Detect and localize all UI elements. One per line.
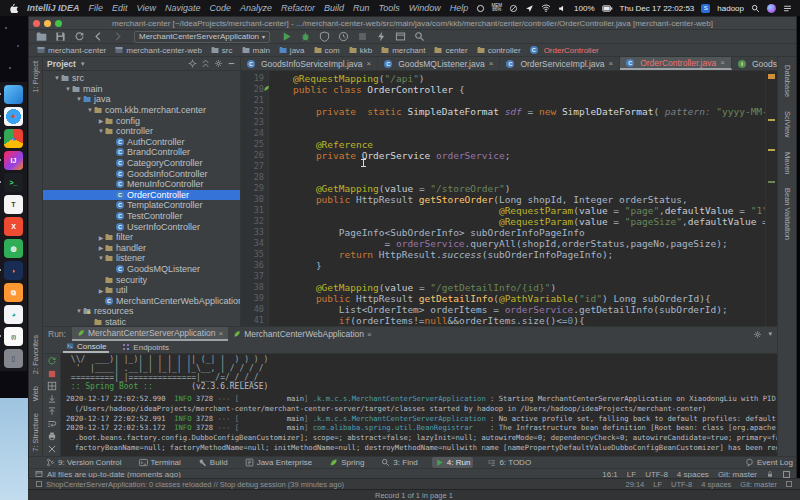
error-stripe-mark[interactable] <box>768 74 775 79</box>
dock-icon-trash[interactable]: ▯ <box>4 349 23 368</box>
notification-center-icon[interactable] <box>783 4 792 13</box>
editor-scrollbar[interactable] <box>765 71 777 326</box>
location-arrow-icon[interactable] <box>525 4 534 13</box>
breadcrumb-item-merchant[interactable]: merchant <box>381 46 425 55</box>
line-number[interactable]: 40 <box>254 304 264 314</box>
tool-stripe-1-project[interactable]: 1: Project <box>31 61 40 93</box>
tree-node-listener[interactable]: ▼listener <box>43 253 240 264</box>
code-editor[interactable]: 1920212223242526272829303132333435363738… <box>241 71 777 326</box>
console-stop-icon[interactable] <box>47 369 57 379</box>
line-number[interactable]: 36 <box>254 260 264 270</box>
toolbar-back-arrow-icon[interactable] <box>92 30 105 43</box>
close-icon[interactable]: × <box>489 59 494 68</box>
wifi-icon[interactable] <box>541 3 551 13</box>
line-number[interactable]: 37 <box>254 271 264 281</box>
breadcrumb-item-OrderController[interactable]: COrderController <box>530 46 599 55</box>
tree-node-CategoryController[interactable]: CCategoryController <box>43 158 240 169</box>
menu-item-navigate[interactable]: Navigate <box>165 3 201 13</box>
breadcrumb-item-controller[interactable]: controller <box>477 46 521 55</box>
tool-stripe-database[interactable]: Database <box>783 65 792 97</box>
toolbar-window-icon[interactable] <box>394 30 407 43</box>
line-number[interactable]: 39 <box>254 293 264 303</box>
collapse-panel-icon[interactable]: ▾ <box>768 330 772 338</box>
tree-node-GoodsMQListener[interactable]: CGoodsMQListener <box>43 264 240 275</box>
expanded-arrow-icon[interactable]: ▼ <box>64 86 72 92</box>
expanded-arrow-icon[interactable]: ▼ <box>97 128 105 134</box>
editor-tab-GoodsMQListener.java[interactable]: CGoodsMQListener.java× <box>378 57 500 70</box>
tree-node-AuthController[interactable]: CAuthController <box>43 137 240 148</box>
dock-icon-firefox[interactable]: ◗ <box>4 261 23 280</box>
tool-stripe-web[interactable]: Web <box>31 386 40 401</box>
dock-icon-terminal[interactable]: >_ <box>4 173 23 192</box>
close-icon[interactable]: × <box>720 58 725 67</box>
window-icon[interactable] <box>35 470 43 478</box>
console-grid-icon[interactable] <box>47 381 57 391</box>
memory-monitor[interactable]: MEM86% <box>492 4 503 13</box>
expanded-arrow-icon[interactable]: ▼ <box>97 255 105 261</box>
line-number[interactable]: 29 <box>254 183 264 193</box>
line-number[interactable]: 33 <box>254 227 264 237</box>
breadcrumb-item-center[interactable]: center <box>434 46 467 55</box>
dock-icon-xmind[interactable]: X <box>4 217 23 236</box>
tree-node-resources[interactable]: ▼resources <box>43 306 240 317</box>
tool-window-button-terminal[interactable]: Terminal <box>136 457 184 468</box>
menu-item-edit[interactable]: Edit <box>112 3 128 13</box>
line-number[interactable]: 21 <box>254 95 264 105</box>
line-number[interactable]: 32 <box>254 216 264 226</box>
breadcrumb-item-merchant-center[interactable]: merchant-center <box>37 46 106 55</box>
volume-icon[interactable] <box>558 4 567 13</box>
console-uparr-icon[interactable] <box>47 406 57 416</box>
line-number[interactable]: 28 <box>254 172 264 182</box>
menu-item-window[interactable]: Window <box>409 3 441 13</box>
close-icon[interactable]: × <box>367 59 372 68</box>
tool-stripe-sciview[interactable]: SciView <box>783 111 792 138</box>
run-tab-MerchantCenterWebApplication[interactable]: MerchantCenterWebApplication× <box>228 327 377 341</box>
console-wrap-icon[interactable] <box>47 419 57 429</box>
tree-node-MerchantCenterWebApplication[interactable]: CMerchantCenterWebApplication <box>43 295 240 306</box>
console-downarr-icon[interactable] <box>47 394 57 404</box>
console-print-icon[interactable] <box>47 431 57 441</box>
settings-gear-icon[interactable] <box>753 330 762 339</box>
tool-window-button-3-find[interactable]: 3: Find <box>378 457 420 468</box>
tool-stripe-bean-validation[interactable]: Bean Validation <box>783 188 792 240</box>
tool-window-button-event-log[interactable]: Event Log <box>742 457 796 468</box>
dock-icon-green-globe-app[interactable]: ◍ <box>4 239 23 258</box>
menu-item-view[interactable]: View <box>137 3 156 13</box>
tool-window-button-java-enterprise[interactable]: Java Enterprise <box>242 457 316 468</box>
line-number[interactable]: 22 <box>254 106 264 116</box>
toolbar-profiler-button[interactable] <box>337 30 350 43</box>
tool-window-button-9-version-control[interactable]: 9: Version Control <box>43 457 125 468</box>
toolbar-stop-button[interactable] <box>356 30 369 43</box>
menu-item-refactor[interactable]: Refactor <box>281 3 315 13</box>
line-number[interactable]: 23 <box>254 117 264 127</box>
editor-code-area[interactable]: @RequestMapping("/api")public class Orde… <box>269 71 765 326</box>
collapsed-arrow-icon[interactable]: ▶ <box>97 287 105 294</box>
line-number[interactable]: 41 <box>254 315 264 325</box>
toolbar-coverage-button[interactable] <box>318 30 331 43</box>
tree-node-handler[interactable]: ▶handler <box>43 243 240 254</box>
breadcrumb-item-src[interactable]: src <box>211 46 233 55</box>
console-rerun-icon[interactable] <box>47 356 57 366</box>
toolbar-synchronize-icon[interactable] <box>73 30 86 43</box>
breadcrumb-item-com[interactable]: com <box>314 46 340 55</box>
tree-node-TemplateController[interactable]: CTemplateController <box>43 200 240 211</box>
console-output[interactable]: \\/ ___)| |_)| | | | | || (_| | ) ) ) ) … <box>61 354 777 456</box>
close-icon[interactable]: × <box>608 59 613 68</box>
circle-status-icon[interactable] <box>476 4 485 13</box>
tree-node-java[interactable]: ▼java <box>43 94 240 105</box>
tree-node-MenuInfoController[interactable]: CMenuInfoController <box>43 179 240 190</box>
line-number[interactable]: 24 <box>254 128 264 138</box>
menu-item-code[interactable]: Code <box>209 3 231 13</box>
collapsed-arrow-icon[interactable]: ▶ <box>97 234 105 241</box>
dock-icon-finder[interactable] <box>4 85 23 104</box>
lock-icon[interactable] <box>766 470 774 478</box>
toolbar-search-everywhere-icon[interactable] <box>413 30 426 43</box>
expanded-arrow-icon[interactable]: ▼ <box>86 107 94 113</box>
menu-item-run[interactable]: Run <box>353 3 370 13</box>
breadcrumb-item-merchant-center-web[interactable]: merchant-center-web <box>115 46 202 55</box>
tree-node-main[interactable]: ▼main <box>43 84 240 95</box>
expanded-arrow-icon[interactable]: ▼ <box>75 96 83 102</box>
input-source-icon[interactable]: S <box>701 4 710 13</box>
tree-node-TestController[interactable]: CTestController <box>43 211 240 222</box>
tree-node-GoodsInfoController[interactable]: CGoodsInfoController <box>43 168 240 179</box>
